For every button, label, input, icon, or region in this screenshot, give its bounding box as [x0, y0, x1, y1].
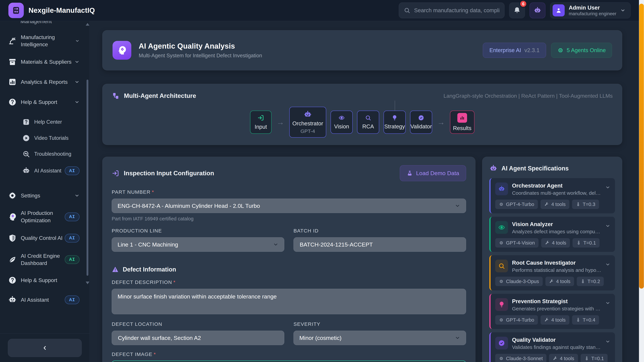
flow-node-label: Strategy — [384, 123, 405, 130]
sidebar-item-analytics-reports[interactable]: Analytics & Reports — [0, 73, 86, 91]
sidebar-item-clipped[interactable]: Management — [0, 21, 86, 26]
agent-chip-4-tools: 4 tools — [546, 277, 574, 286]
sidebar-scrollbar-thumb[interactable] — [86, 80, 88, 276]
sidebar-item-help-center[interactable]: Help Center — [0, 115, 86, 129]
question-square-icon — [22, 118, 30, 126]
head-gear-icon — [117, 45, 127, 55]
sidebar-collapse-button[interactable] — [8, 339, 82, 357]
sidebar-item-manufacturing-intelligence[interactable]: Manufacturing Intelligence — [0, 29, 86, 52]
chevron-down-icon — [74, 79, 80, 84]
part-number-select[interactable]: ENG-CH-8472-A - Aluminum Cylinder Head -… — [112, 199, 466, 213]
production-line-label: PRODUCTION LINE — [112, 228, 284, 234]
agent-chip-t-0-1: T=0.1 — [572, 238, 600, 248]
robot-icon — [22, 167, 30, 175]
sidebar: Management Manufacturing IntelligenceMat… — [0, 21, 90, 362]
brand: Nexgile-ManufactIQ — [8, 3, 95, 18]
sidebar-item-ai-production-optimization[interactable]: AI Production OptimizationAI — [0, 205, 86, 228]
results-icon-tile — [457, 113, 467, 123]
sidebar-item-ai-credit-engine-dashboard[interactable]: AI Credit Engine DashboardAI — [0, 248, 86, 271]
sidebar-item-label: Settings — [21, 192, 40, 199]
agent-card-orchestrator-agent[interactable]: Orchestrator AgentCoordinates multi-agen… — [489, 178, 615, 213]
leaf-icon — [8, 255, 17, 264]
agent-name: Prevention Strategist — [512, 298, 601, 305]
agent-card-root-cause-investigator[interactable]: Root Cause InvestigatorPerforms statisti… — [489, 255, 615, 291]
agent-icon-tile — [495, 298, 508, 311]
load-demo-data-button[interactable]: Load Demo Data — [400, 165, 466, 181]
agent-description: Coordinates multi-agent workflow, delega… — [512, 190, 601, 196]
defect-image-label: DEFECT IMAGE* — [112, 352, 466, 357]
agent-chip-row: GPT-4-Vision4 toolsT=0.1 — [495, 238, 610, 248]
page-scrollbar-thumb[interactable] — [639, 4, 644, 289]
agent-card-vision-analyzer[interactable]: Vision AnalyzerAnalyzes defect images us… — [489, 217, 615, 252]
sidebar-item-video-tutorials[interactable]: Video Tutorials — [0, 131, 86, 145]
agent-icon-tile — [495, 183, 508, 195]
gear-icon — [8, 191, 17, 200]
flow-node-label: Results — [453, 125, 472, 131]
badge-check-icon — [498, 340, 505, 347]
inspection-title: Inspection Input Configuration — [124, 170, 214, 177]
head-gear-icon — [8, 213, 17, 221]
chevron-down-icon — [620, 8, 626, 13]
sidebar-item-ai-assistant[interactable]: AI AssistantAI — [0, 163, 86, 178]
ai-badge: AI — [65, 213, 80, 221]
sidebar-item-ai-assistant[interactable]: AI AssistantAI — [0, 291, 86, 309]
scroll-up-arrow-icon[interactable] — [86, 23, 90, 26]
agent-description: Analyzes defect images using computer vi… — [512, 229, 601, 234]
ai-assistant-button[interactable] — [530, 2, 546, 18]
sidebar-item-help-support[interactable]: Help & Support — [0, 93, 86, 111]
notifications-button[interactable]: 6 — [509, 2, 525, 18]
chip-icon — [499, 241, 504, 245]
sidebar-item-label: AI Production Optimization — [21, 210, 65, 224]
flask-icon — [407, 170, 413, 176]
sidebar-item-materials-suppliers[interactable]: Materials & Suppliers — [0, 53, 86, 70]
hierarchy-icon — [112, 92, 120, 100]
ai-badge: AI — [65, 296, 80, 304]
input-icon — [112, 169, 120, 177]
batch-id-input[interactable] — [299, 241, 460, 248]
sidebar-item-label: Troubleshooting — [34, 150, 71, 158]
chevron-down-icon — [74, 59, 80, 64]
defect-location-field[interactable] — [112, 331, 284, 345]
thermometer-icon — [576, 318, 580, 322]
architecture-meta: LangGraph-style Orchestration | ReAct Pa… — [444, 93, 613, 99]
sidebar-item-quality-control-ai[interactable]: Quality Control AIAI — [0, 229, 86, 247]
avatar — [552, 4, 565, 16]
search-icon — [498, 263, 505, 270]
search-box[interactable] — [399, 2, 504, 18]
sidebar-item-label: Help Center — [34, 118, 62, 125]
sidebar-item-help-support[interactable]: Help & Support — [0, 272, 86, 289]
ai-badge: AI — [65, 234, 80, 243]
defect-location-input[interactable] — [118, 335, 278, 341]
search-input[interactable] — [414, 7, 500, 14]
agent-card-quality-validator[interactable]: Quality ValidatorValidates findings agai… — [489, 332, 615, 362]
flow-node-orchestrator: OrchestratorGPT-4 — [289, 107, 326, 138]
person-icon — [555, 7, 562, 14]
flow-arrow-icon: → — [436, 118, 446, 127]
defect-description-textarea[interactable]: Minor surface finish variation within ac… — [112, 289, 466, 314]
sidebar-scrollbar[interactable] — [86, 21, 89, 334]
sidebar-item-settings[interactable]: Settings — [0, 187, 86, 204]
agent-name: Quality Validator — [512, 337, 601, 343]
top-navbar: Nexgile-ManufactIQ 6 Admin User manufact… — [0, 0, 639, 21]
severity-select[interactable]: Minor (cosmetic) — [294, 331, 466, 345]
flow-node-input: Input — [250, 111, 272, 134]
agent-card-prevention-strategist[interactable]: Prevention StrategistGenerates preventio… — [489, 294, 615, 329]
thermometer-icon — [580, 279, 585, 284]
main-content: AI Agentic Quality Analysis Multi-Agent … — [90, 21, 644, 362]
user-menu[interactable]: Admin User manufacturing engineer — [550, 2, 630, 18]
agent-description: Generates prevention strategies with ROI… — [512, 306, 601, 312]
production-line-select[interactable]: Line 1 - CNC Machining — [112, 237, 284, 252]
flow-node-label: Validator — [410, 123, 432, 130]
sidebar-item-troubleshooting[interactable]: Troubleshooting — [0, 147, 86, 161]
agent-chip-4-tools: 4 tools — [540, 200, 569, 209]
scroll-down-arrow-icon[interactable] — [86, 282, 90, 284]
chevron-down-icon — [605, 185, 610, 190]
part-number-label: PART NUMBER* — [112, 189, 466, 195]
batch-id-field[interactable] — [294, 237, 466, 252]
brand-name: Nexgile-ManufactIQ — [28, 6, 95, 14]
agent-name: Root Cause Investigator — [512, 260, 601, 266]
page-scrollbar[interactable] — [639, 0, 644, 362]
defect-image-upload[interactable] — [112, 361, 466, 362]
robot-arm-icon — [8, 36, 17, 45]
agent-chip-4-tools: 4 tools — [540, 315, 569, 325]
